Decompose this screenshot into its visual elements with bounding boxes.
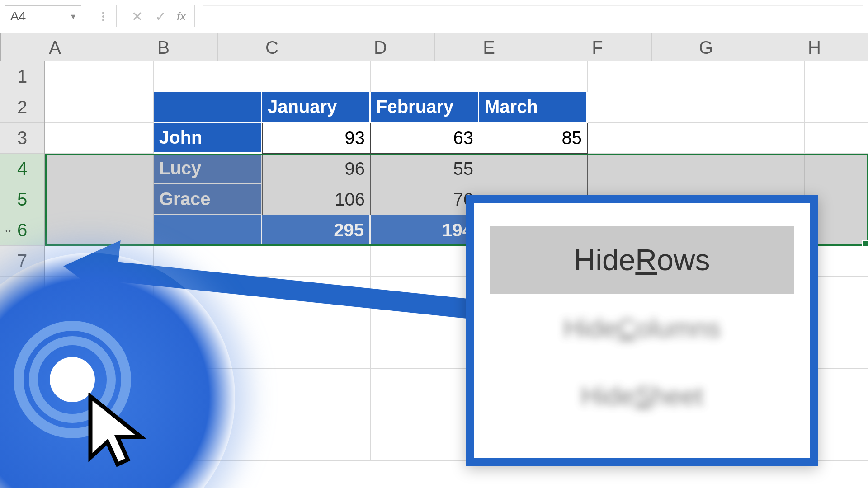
- cell[interactable]: [805, 123, 868, 154]
- cell[interactable]: [696, 61, 805, 92]
- table-header-jan[interactable]: January: [262, 92, 371, 123]
- divider: [90, 5, 90, 27]
- cell[interactable]: [262, 307, 371, 338]
- col-header-D[interactable]: D: [326, 33, 435, 61]
- cell[interactable]: [45, 215, 154, 246]
- col-header-G[interactable]: G: [652, 33, 760, 61]
- spreadsheet-grid: A B C D E F G H 1 2 3 4 5 ↔ 6 7: [0, 33, 868, 488]
- cell-value[interactable]: 63: [371, 123, 479, 154]
- cursor-icon: [81, 393, 154, 476]
- col-header-F[interactable]: F: [543, 33, 652, 61]
- cell[interactable]: [262, 246, 371, 277]
- menu-label-pre: Hide: [581, 380, 635, 411]
- cell[interactable]: [696, 92, 805, 123]
- col-header-B[interactable]: B: [109, 33, 218, 61]
- cell[interactable]: [45, 154, 154, 184]
- cell[interactable]: [588, 123, 696, 154]
- cell[interactable]: [262, 369, 371, 399]
- row-name-lucy[interactable]: Lucy: [154, 154, 262, 184]
- menu-hide-rows[interactable]: Hide Rows: [490, 226, 794, 294]
- row-name-grace[interactable]: Grace: [154, 184, 262, 215]
- menu-label-post: olumns: [636, 313, 721, 343]
- cell-value[interactable]: 96: [262, 154, 371, 184]
- row-header-4[interactable]: 4: [0, 154, 44, 184]
- row-header-1[interactable]: 1: [0, 61, 44, 92]
- cell[interactable]: [696, 123, 805, 154]
- cell[interactable]: [371, 61, 479, 92]
- row-4: Lucy 96 55: [45, 154, 868, 184]
- col-header-H[interactable]: H: [760, 33, 868, 61]
- row-name-john[interactable]: John: [154, 123, 262, 154]
- cell[interactable]: [262, 338, 371, 369]
- hide-menu-popup: Hide Rows Hide Columns Hide Sheet: [466, 195, 818, 466]
- table-header-feb[interactable]: February: [371, 92, 479, 123]
- cell[interactable]: [371, 338, 479, 369]
- cell[interactable]: [371, 307, 479, 338]
- name-box[interactable]: A4 ▾: [5, 5, 81, 27]
- cell[interactable]: [588, 92, 696, 123]
- cell[interactable]: [45, 61, 154, 92]
- cell-value[interactable]: 93: [262, 123, 371, 154]
- cell[interactable]: [262, 399, 371, 430]
- cell[interactable]: [371, 430, 479, 461]
- totals-feb[interactable]: 194: [371, 215, 479, 246]
- fx-label: fx: [177, 9, 186, 23]
- row-3: John 93 63 85: [45, 123, 868, 154]
- menu-hide-sheet[interactable]: Hide Sheet: [490, 361, 794, 429]
- table-header-blank[interactable]: [154, 92, 262, 123]
- column-headers: A B C D E F G H: [0, 33, 868, 61]
- col-header-A[interactable]: A: [1, 33, 109, 61]
- fx-button[interactable]: fx: [177, 9, 186, 23]
- col-header-E[interactable]: E: [435, 33, 543, 61]
- row-2: January February March: [45, 92, 868, 123]
- cell[interactable]: [805, 61, 868, 92]
- grip-icon[interactable]: [102, 12, 104, 21]
- cell[interactable]: [588, 61, 696, 92]
- cell[interactable]: [805, 154, 868, 184]
- menu-label-post: heet: [652, 380, 703, 411]
- cell[interactable]: [262, 61, 371, 92]
- divider: [116, 5, 117, 27]
- row-header-2[interactable]: 2: [0, 92, 44, 123]
- menu-label-accel: S: [635, 380, 652, 411]
- cell[interactable]: [45, 184, 154, 215]
- row-header-5[interactable]: 5: [0, 184, 44, 215]
- cell[interactable]: [371, 399, 479, 430]
- cell[interactable]: [45, 123, 154, 154]
- cell[interactable]: [371, 246, 479, 277]
- name-box-value: A4: [10, 9, 26, 23]
- row-1: [45, 61, 868, 92]
- cell[interactable]: [479, 61, 588, 92]
- col-header-C[interactable]: C: [218, 33, 326, 61]
- cell[interactable]: [371, 369, 479, 399]
- cell[interactable]: [805, 92, 868, 123]
- cell[interactable]: [371, 277, 479, 307]
- cell-value[interactable]: 106: [262, 184, 371, 215]
- cell[interactable]: [154, 61, 262, 92]
- cell[interactable]: [262, 277, 371, 307]
- totals-blank[interactable]: [154, 215, 262, 246]
- row-header-3[interactable]: 3: [0, 123, 44, 154]
- menu-hide-columns[interactable]: Hide Columns: [490, 294, 794, 361]
- cancel-button[interactable]: ✕: [125, 5, 149, 27]
- enter-button[interactable]: ✓: [149, 5, 172, 27]
- formula-input[interactable]: [203, 5, 863, 27]
- cell[interactable]: [696, 154, 805, 184]
- cell-value[interactable]: 85: [479, 123, 588, 154]
- menu-label-accel: C: [617, 313, 636, 343]
- cell[interactable]: [262, 430, 371, 461]
- select-all-corner[interactable]: [0, 33, 1, 61]
- table-header-mar[interactable]: March: [479, 92, 588, 123]
- check-icon: ✓: [155, 9, 166, 24]
- cell-value[interactable]: 55: [371, 154, 479, 184]
- row-header-6[interactable]: ↔ 6: [0, 215, 44, 246]
- cell-value[interactable]: [479, 154, 588, 184]
- totals-jan[interactable]: 295: [262, 215, 371, 246]
- cell[interactable]: [588, 154, 696, 184]
- chevron-down-icon[interactable]: ▾: [71, 11, 75, 22]
- cell-value[interactable]: 76: [371, 184, 479, 215]
- cell[interactable]: [45, 92, 154, 123]
- row-header-6-label: 6: [17, 220, 27, 240]
- menu-label-post: ows: [657, 243, 710, 277]
- x-icon: ✕: [132, 9, 143, 24]
